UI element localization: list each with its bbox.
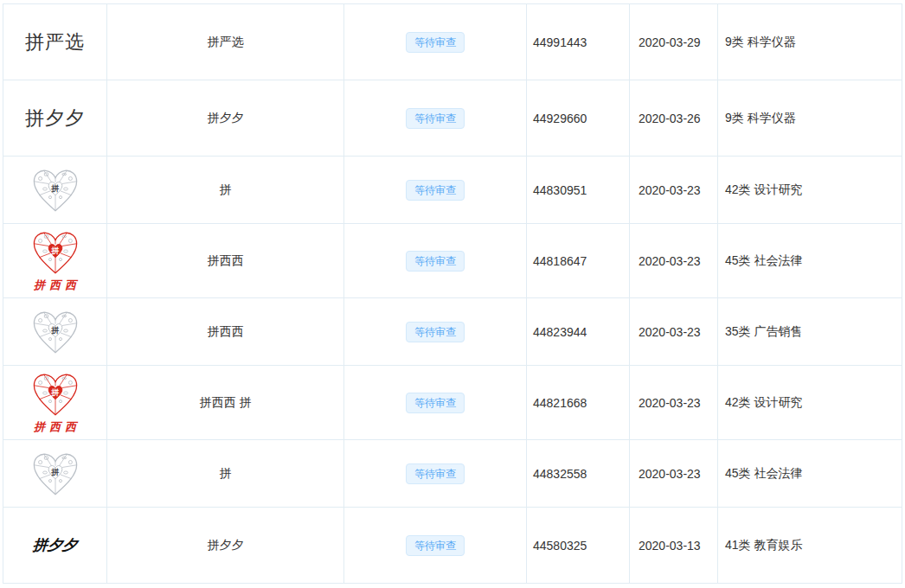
trademark-logo-cell: 拼拼西西 bbox=[3, 366, 107, 439]
status-badge[interactable]: 等待审查 bbox=[406, 108, 465, 129]
svg-text:拼: 拼 bbox=[50, 183, 59, 192]
trademark-name: 拼夕夕 bbox=[107, 508, 344, 583]
application-date: 2020-03-23 bbox=[630, 298, 718, 365]
application-number: 44821668 bbox=[527, 366, 630, 439]
status-cell: 等待审查 bbox=[344, 80, 527, 156]
trademark-image-logo: 拼拼西西 bbox=[29, 370, 81, 435]
status-badge[interactable]: 等待审查 bbox=[406, 180, 465, 201]
status-badge[interactable]: 等待审查 bbox=[406, 251, 465, 272]
table-row: 拼严选 拼严选 等待审查 44991443 2020-03-29 9类 科学仪器 bbox=[3, 4, 902, 80]
table-row: 拼拼西西 拼西西 拼 等待审查 44821668 2020-03-23 42类 … bbox=[3, 366, 902, 440]
category: 41类 教育娱乐 bbox=[718, 508, 902, 583]
category: 42类 设计研究 bbox=[718, 157, 902, 223]
trademark-logo-cell: 拼拼西西 bbox=[3, 224, 107, 297]
application-date: 2020-03-29 bbox=[630, 4, 718, 80]
trademark-list-page: 拼严选 拼严选 等待审查 44991443 2020-03-29 9类 科学仪器… bbox=[0, 0, 905, 588]
application-date: 2020-03-23 bbox=[630, 440, 718, 507]
status-badge[interactable]: 等待审查 bbox=[406, 393, 465, 413]
trademark-image-logo: 拼 bbox=[29, 308, 81, 356]
application-number: 44832558 bbox=[527, 440, 630, 507]
trademark-image-logo: 拼 bbox=[29, 450, 81, 498]
category: 42类 设计研究 bbox=[718, 366, 902, 439]
status-cell: 等待审查 bbox=[344, 157, 527, 223]
application-number: 44991443 bbox=[527, 4, 630, 80]
table-row: 拼 拼 等待审查 44832558 2020-03-23 45类 社会法律 bbox=[3, 440, 902, 508]
trademark-text-logo: 拼夕夕 bbox=[32, 535, 78, 555]
application-number: 44580325 bbox=[527, 508, 630, 583]
table-row: 拼夕夕 拼夕夕 等待审查 44580325 2020-03-13 41类 教育娱… bbox=[3, 508, 902, 583]
trademark-name: 拼西西 拼 bbox=[107, 366, 344, 439]
red-heart-logo-icon: 拼 bbox=[29, 228, 81, 277]
table-row: 拼 拼 等待审查 44830951 2020-03-23 42类 设计研究 bbox=[3, 157, 902, 224]
svg-text:拼: 拼 bbox=[50, 388, 59, 397]
grey-heart-logo-icon: 拼 bbox=[29, 308, 81, 356]
trademark-name: 拼夕夕 bbox=[107, 80, 344, 156]
trademark-name: 拼西西 bbox=[107, 224, 344, 297]
trademark-logo-cell: 拼 bbox=[3, 440, 107, 507]
status-cell: 等待审查 bbox=[344, 366, 527, 439]
trademark-text-logo: 拼夕夕 bbox=[25, 105, 85, 131]
svg-text:拼: 拼 bbox=[50, 246, 59, 255]
category: 9类 科学仪器 bbox=[718, 4, 902, 80]
application-date: 2020-03-23 bbox=[630, 157, 718, 223]
application-number: 44823944 bbox=[527, 298, 630, 365]
application-date: 2020-03-26 bbox=[630, 80, 718, 156]
table-row: 拼夕夕 拼夕夕 等待审查 44929660 2020-03-26 9类 科学仪器 bbox=[3, 80, 902, 157]
trademark-logo-cell: 拼 bbox=[3, 157, 107, 223]
status-cell: 等待审查 bbox=[344, 508, 527, 583]
trademark-logo-cell: 拼 bbox=[3, 298, 107, 365]
trademark-image-logo: 拼拼西西 bbox=[29, 228, 81, 293]
status-cell: 等待审查 bbox=[344, 440, 527, 507]
grey-heart-logo-icon: 拼 bbox=[29, 166, 81, 214]
status-cell: 等待审查 bbox=[344, 224, 527, 297]
status-cell: 等待审查 bbox=[344, 4, 527, 80]
trademark-logo-cell: 拼夕夕 bbox=[3, 508, 107, 583]
application-date: 2020-03-23 bbox=[630, 224, 718, 297]
trademark-name: 拼严选 bbox=[107, 4, 344, 80]
category: 45类 社会法律 bbox=[718, 224, 902, 297]
application-number: 44929660 bbox=[527, 80, 630, 156]
trademark-logo-cell: 拼严选 bbox=[3, 4, 107, 80]
trademark-name: 拼 bbox=[107, 157, 344, 223]
logo-caption: 拼西西 bbox=[29, 419, 80, 435]
grey-heart-logo-icon: 拼 bbox=[29, 450, 81, 498]
application-date: 2020-03-13 bbox=[630, 508, 718, 583]
application-number: 44830951 bbox=[527, 157, 630, 223]
status-badge[interactable]: 等待审查 bbox=[406, 32, 465, 53]
table-row: 拼拼西西 拼西西 等待审查 44818647 2020-03-23 45类 社会… bbox=[3, 224, 902, 298]
status-badge[interactable]: 等待审查 bbox=[406, 535, 465, 556]
category: 45类 社会法律 bbox=[718, 440, 902, 507]
application-date: 2020-03-23 bbox=[630, 366, 718, 439]
category: 9类 科学仪器 bbox=[718, 80, 902, 156]
trademark-text-logo: 拼严选 bbox=[25, 29, 85, 55]
category: 35类 广告销售 bbox=[718, 298, 902, 365]
status-badge[interactable]: 等待审查 bbox=[406, 463, 465, 484]
red-heart-logo-icon: 拼 bbox=[29, 370, 81, 419]
svg-text:拼: 拼 bbox=[50, 325, 59, 334]
trademark-table: 拼严选 拼严选 等待审查 44991443 2020-03-29 9类 科学仪器… bbox=[3, 3, 902, 584]
trademark-image-logo: 拼 bbox=[29, 166, 81, 214]
table-row: 拼 拼西西 等待审查 44823944 2020-03-23 35类 广告销售 bbox=[3, 298, 902, 366]
svg-text:拼: 拼 bbox=[50, 467, 59, 476]
trademark-name: 拼西西 bbox=[107, 298, 344, 365]
trademark-logo-cell: 拼夕夕 bbox=[3, 80, 107, 156]
logo-caption: 拼西西 bbox=[29, 278, 80, 293]
status-cell: 等待审查 bbox=[344, 298, 527, 365]
trademark-name: 拼 bbox=[107, 440, 344, 507]
application-number: 44818647 bbox=[527, 224, 630, 297]
status-badge[interactable]: 等待审查 bbox=[406, 322, 465, 342]
